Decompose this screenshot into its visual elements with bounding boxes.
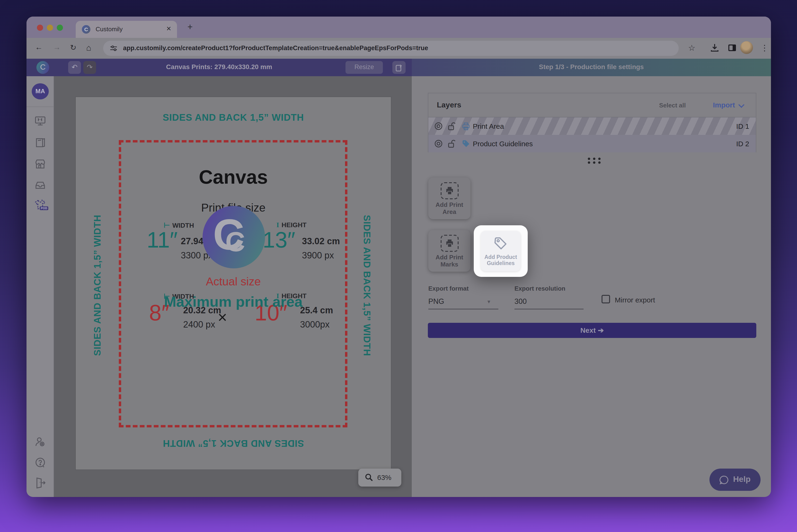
main-content: MA [26,76,771,497]
add-print-marks-button[interactable]: Add Print Marks [428,230,471,272]
printer-icon [445,239,454,248]
panel-drag-handle-icon[interactable] [588,158,602,164]
zoom-control[interactable]: 63% [358,469,401,487]
export-resolution-label: Export resolution [514,285,565,292]
logout-icon[interactable] [34,477,46,489]
account-avatar[interactable]: MA [32,83,49,99]
store-icon[interactable] [34,158,46,170]
print-height-metric: 33.02 cm 3900 px [302,236,340,261]
url-text: app.customily.com/createProduct1?forProd… [123,44,428,52]
canvas-viewport[interactable]: SIDES AND BACK 1,5” WIDTH SIDES AND BACK… [54,76,412,497]
add-product-guidelines-button[interactable]: Add Product Guidelines [481,231,520,271]
browser-toolbar: ← → ↻ ⌂ app.customily.com/createProduct1… [26,38,771,59]
unlock-icon[interactable] [447,139,456,148]
templates-icon[interactable] [34,136,46,149]
maximize-window-button[interactable] [57,25,63,31]
back-icon[interactable]: ← [35,43,43,52]
chevron-down-icon[interactable] [738,102,744,108]
add-print-area-button[interactable]: Add Print Area [428,177,471,219]
home-icon[interactable]: ⌂ [86,43,91,53]
new-tab-button[interactable]: + [187,22,193,32]
account-settings-icon[interactable] [34,436,46,448]
reload-icon[interactable]: ↻ [70,43,76,52]
bookmark-star-icon[interactable]: ☆ [688,43,696,53]
next-button[interactable]: Next ➔ [428,323,756,338]
layers-title: Layers [437,101,461,109]
duplicate-button[interactable] [392,61,405,74]
browser-profile-avatar[interactable] [740,41,753,54]
customily-watermark-logo: C C [203,206,265,268]
layer-row-product-guidelines[interactable]: Product Guidelines ID 2 [428,135,756,152]
editor-toolbar: C ↶ ↷ Canvas Prints: 279.40x330.20 mm Re… [26,59,412,76]
browser-menu-icon[interactable]: ⋮ [761,43,768,53]
layer-id: ID 2 [736,140,749,148]
resolution-underline [514,309,584,309]
help-label: Help [733,475,751,484]
layer-name: Print Area [473,122,504,130]
artboard[interactable]: SIDES AND BACK 1,5” WIDTH SIDES AND BACK… [75,97,392,470]
site-settings-icon[interactable] [110,44,117,52]
help-faq-icon[interactable] [34,457,46,469]
pod-products-icon[interactable]: POD [34,198,46,211]
mirror-export-label: Mirror export [615,296,655,304]
printer-icon [445,186,454,195]
tab-close-icon[interactable]: ✕ [166,25,171,32]
spotlight-highlight: Add Product Guidelines [474,225,528,277]
print-marks-dashed-icon [440,235,458,252]
screen: C Customily ✕ + ← → ↻ ⌂ app.customily.co… [0,0,797,532]
help-button[interactable]: Help [709,469,761,491]
multiply-sign: × [218,308,227,327]
pod-badge: POD [40,206,48,210]
tab-strip: C Customily ✕ + [26,17,771,38]
settings-panel: Layers Select all Import [412,76,771,497]
dropdown-arrow-icon[interactable]: ▼ [487,299,491,304]
export-resolution-input[interactable]: 300 [514,297,527,306]
address-bar[interactable]: app.customily.com/createProduct1?forProd… [103,41,679,56]
step-header: Step 1/3 - Production file settings [412,59,771,76]
app-toolbar: C ↶ ↷ Canvas Prints: 279.40x330.20 mm Re… [26,59,771,76]
next-arrow-icon: ➔ [598,326,604,334]
artboard-title: Canvas [76,166,391,188]
printer-icon [461,122,471,131]
tab-title: Customily [96,25,122,33]
unlock-icon[interactable] [447,122,456,131]
side-panel-icon[interactable] [727,43,737,53]
layers-header: Layers Select all Import [428,93,756,117]
tab-favicon-icon: C [82,25,90,34]
import-link[interactable]: Import [713,101,735,109]
forward-icon[interactable]: → [53,43,61,52]
design-editor-icon[interactable] [34,115,46,127]
layer-row-print-area[interactable]: Print Area ID 1 [428,117,756,135]
minimize-window-button[interactable] [47,25,53,31]
browser-window: C Customily ✕ + ← → ↻ ⌂ app.customily.co… [26,17,771,497]
layer-id: ID 1 [736,122,749,130]
chat-bubble-icon [719,475,729,485]
export-format-select[interactable]: PNG [428,297,444,306]
guideline-top-label: SIDES AND BACK 1,5” WIDTH [76,112,391,123]
actual-size-label: Actual size [76,275,391,288]
downloads-icon[interactable] [710,43,719,53]
layers-panel: Layers Select all Import [428,93,756,152]
guideline-bottom-label: SIDES AND BACK 1,5” WIDTH [76,438,391,449]
inbox-icon[interactable] [34,179,46,191]
max-print-area-label: Maximum print area [76,293,391,310]
copy-page-icon [395,63,403,72]
select-all-link[interactable]: Select all [659,102,686,109]
tag-icon [493,235,509,251]
zoom-value: 63% [377,473,392,481]
print-height-inches: 13″ [263,227,295,253]
print-area-dashed-icon [440,182,458,199]
close-window-button[interactable] [37,25,43,31]
step-title: Step 1/3 - Production file settings [412,63,771,71]
print-width-inches: 11″ [147,227,178,253]
export-format-label: Export format [428,285,469,292]
app-sidebar: MA [26,76,54,497]
mirror-export-checkbox[interactable] [602,295,610,303]
resize-button[interactable]: Resize [345,61,383,74]
tag-icon [461,139,471,148]
browser-tab[interactable]: C Customily ✕ [76,21,177,38]
sidebar-divider [26,107,54,107]
visibility-eye-icon[interactable] [434,122,443,131]
visibility-eye-icon[interactable] [434,139,443,148]
next-label: Next [580,326,595,334]
